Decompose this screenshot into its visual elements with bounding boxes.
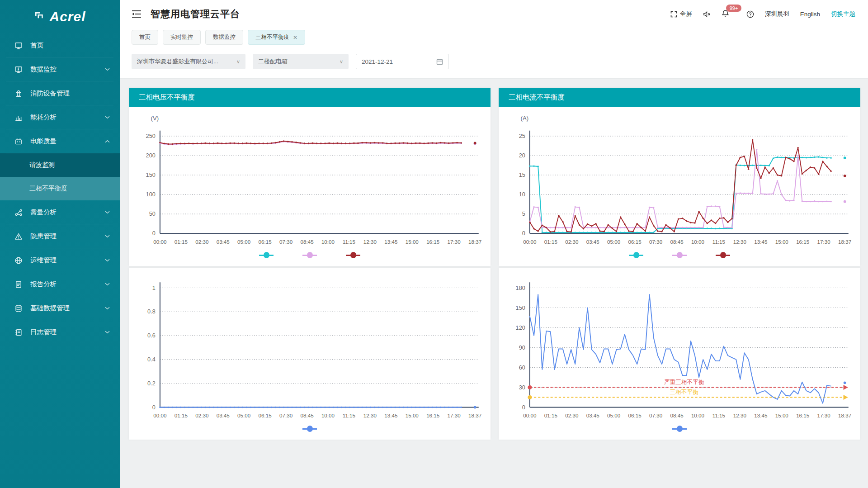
close-tab-icon[interactable]: ✕ bbox=[293, 34, 297, 41]
sidebar-item-log-management[interactable]: 日志管理 bbox=[0, 320, 120, 344]
legend-marker-phase-b[interactable] bbox=[672, 252, 687, 259]
svg-text:15: 15 bbox=[519, 172, 525, 178]
distribution-box-select[interactable]: 二楼配电箱 ∨ bbox=[253, 54, 349, 69]
svg-text:13:45: 13:45 bbox=[754, 239, 767, 245]
legend-marker-phase-c[interactable] bbox=[716, 252, 730, 259]
svg-text:11:15: 11:15 bbox=[712, 239, 725, 245]
svg-text:00:00: 00:00 bbox=[153, 239, 167, 245]
svg-text:100: 100 bbox=[146, 191, 156, 198]
svg-text:15:00: 15:00 bbox=[775, 412, 789, 418]
chart-legend bbox=[133, 424, 486, 438]
logbook-icon bbox=[14, 328, 23, 336]
chevron-up-icon bbox=[105, 139, 110, 144]
sidebar-item-ops-management[interactable]: 运维管理 bbox=[0, 248, 120, 272]
bar-chart-icon bbox=[14, 114, 23, 122]
sidebar-subitem-three-phase-unbalance[interactable]: 三相不平衡度 bbox=[0, 177, 120, 200]
fullscreen-button[interactable]: 全屏 bbox=[670, 10, 692, 18]
chevron-down-icon: ∨ bbox=[334, 59, 343, 65]
tab-实时监控[interactable]: 实时监控 bbox=[163, 30, 201, 45]
language-switch[interactable]: English bbox=[800, 11, 820, 18]
svg-text:07:30: 07:30 bbox=[649, 239, 663, 245]
sidebar-item-power-quality[interactable]: 电能质量 bbox=[0, 129, 120, 153]
theme-switch-link[interactable]: 切换主题 bbox=[831, 10, 855, 18]
svg-text:10:00: 10:00 bbox=[691, 239, 705, 245]
report-icon bbox=[14, 280, 23, 289]
svg-text:17:30: 17:30 bbox=[817, 239, 831, 245]
legend-marker-voltage-unbalance-degree[interactable] bbox=[302, 426, 317, 432]
chart-legend bbox=[133, 250, 486, 264]
tab-数据监控[interactable]: 数据监控 bbox=[205, 30, 243, 45]
svg-text:0: 0 bbox=[152, 230, 156, 237]
svg-text:150: 150 bbox=[516, 304, 525, 311]
svg-text:02:30: 02:30 bbox=[565, 239, 579, 245]
sidebar-item-base-data[interactable]: 基础数据管理 bbox=[0, 296, 120, 320]
collapse-menu-icon[interactable] bbox=[132, 10, 142, 18]
station-select-value: 深圳市华夏君盛影业有限公司... bbox=[137, 57, 218, 66]
svg-text:17:30: 17:30 bbox=[817, 412, 831, 418]
svg-text:10:00: 10:00 bbox=[321, 239, 335, 245]
sidebar-item-data-monitor[interactable]: 数据监控 bbox=[0, 57, 120, 81]
chevron-down-icon bbox=[105, 210, 110, 215]
svg-text:18:37: 18:37 bbox=[468, 412, 481, 418]
sidebar-item-report-analysis[interactable]: 报告分析 bbox=[0, 272, 120, 296]
help-icon[interactable] bbox=[746, 10, 754, 18]
svg-text:0: 0 bbox=[152, 404, 156, 410]
data-screen-icon bbox=[14, 66, 23, 74]
mute-speaker-icon[interactable] bbox=[703, 10, 711, 18]
svg-text:13:45: 13:45 bbox=[384, 412, 397, 418]
station-select[interactable]: 深圳市华夏君盛影业有限公司... ∨ bbox=[132, 54, 245, 69]
svg-text:01:15: 01:15 bbox=[175, 239, 188, 245]
tab-首页[interactable]: 首页 bbox=[132, 30, 158, 45]
svg-text:05:00: 05:00 bbox=[607, 239, 621, 245]
main-area: 智慧用电管理云平台 全屏 99+ 深圳晨羽 English bbox=[120, 0, 868, 488]
svg-text:08:45: 08:45 bbox=[670, 239, 683, 245]
tab-bar: 首页实时监控数据监控三相不平衡度✕ bbox=[120, 28, 868, 49]
legend-marker-phase-c[interactable] bbox=[346, 252, 360, 259]
svg-text:12:30: 12:30 bbox=[363, 239, 377, 245]
legend-marker-phase-a[interactable] bbox=[629, 252, 643, 259]
svg-text:30: 30 bbox=[519, 384, 525, 390]
sidebar-item-fire-equipment[interactable]: 消防设备管理 bbox=[0, 81, 120, 105]
sidebar-subitem-harmonic-monitor[interactable]: 谐波监测 bbox=[0, 153, 120, 177]
svg-text:05:00: 05:00 bbox=[607, 412, 621, 418]
svg-text:50: 50 bbox=[149, 211, 156, 217]
username[interactable]: 深圳晨羽 bbox=[765, 10, 789, 18]
svg-text:11:15: 11:15 bbox=[343, 239, 355, 245]
fire-hydrant-icon bbox=[14, 90, 23, 98]
distribution-box-value: 二楼配电箱 bbox=[258, 57, 288, 66]
svg-text:03:45: 03:45 bbox=[217, 239, 230, 245]
svg-text:17:30: 17:30 bbox=[448, 239, 461, 245]
sidebar-item-demand-analysis[interactable]: 需量分析 bbox=[0, 200, 120, 224]
brand-name: Acrel bbox=[49, 9, 85, 24]
svg-text:06:15: 06:15 bbox=[259, 239, 272, 245]
dashboard-grid: 三相电压不平衡度 050100150200250(V)00:0001:1502:… bbox=[120, 79, 868, 440]
svg-text:15:00: 15:00 bbox=[406, 412, 419, 418]
top-header: 智慧用电管理云平台 全屏 99+ 深圳晨羽 English bbox=[120, 0, 868, 28]
svg-text:16:15: 16:15 bbox=[796, 239, 809, 245]
svg-text:03:45: 03:45 bbox=[586, 412, 599, 418]
svg-text:10: 10 bbox=[519, 191, 525, 198]
svg-text:03:45: 03:45 bbox=[586, 239, 599, 245]
svg-text:02:30: 02:30 bbox=[195, 239, 209, 245]
svg-text:00:00: 00:00 bbox=[523, 239, 537, 245]
voltage-unbalance-panel: 三相电压不平衡度 050100150200250(V)00:0001:1502:… bbox=[129, 88, 491, 266]
svg-text:5: 5 bbox=[522, 211, 525, 217]
monitor-icon bbox=[14, 42, 23, 50]
svg-text:10:00: 10:00 bbox=[321, 412, 335, 418]
svg-text:150: 150 bbox=[146, 172, 156, 178]
notifications-button[interactable]: 99+ bbox=[722, 9, 736, 19]
date-picker[interactable]: 2021-12-21 bbox=[356, 54, 449, 69]
voltage-unbalance-degree-panel: 00.20.40.60.8100:0001:1502:3003:4505:000… bbox=[129, 268, 491, 440]
legend-marker-current-unbalance-degree[interactable] bbox=[672, 426, 687, 432]
svg-text:10:00: 10:00 bbox=[691, 412, 705, 418]
svg-text:15:00: 15:00 bbox=[406, 239, 419, 245]
sidebar-item-hazard-management[interactable]: 隐患管理 bbox=[0, 224, 120, 248]
legend-marker-phase-a[interactable] bbox=[259, 252, 274, 259]
sidebar-item-energy-analysis[interactable]: 能耗分析 bbox=[0, 105, 120, 129]
sidebar-item-home[interactable]: 首页 bbox=[0, 33, 120, 57]
svg-text:15:00: 15:00 bbox=[775, 239, 789, 245]
svg-text:18:37: 18:37 bbox=[468, 239, 481, 245]
chevron-down-icon bbox=[105, 115, 110, 120]
legend-marker-phase-b[interactable] bbox=[302, 252, 317, 259]
tab-三相不平衡度[interactable]: 三相不平衡度✕ bbox=[248, 30, 305, 45]
